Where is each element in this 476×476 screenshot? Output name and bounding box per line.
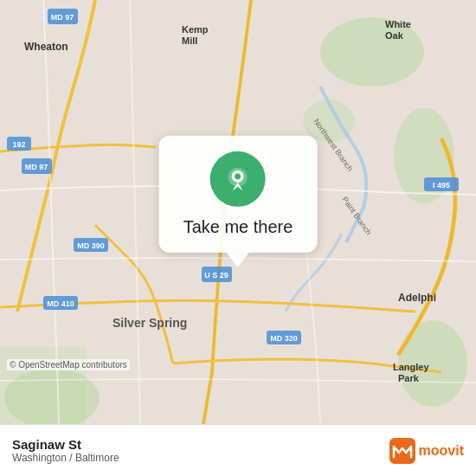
svg-text:MD 97: MD 97: [25, 163, 48, 171]
location-pin-icon: [210, 151, 266, 207]
svg-text:U S 29: U S 29: [204, 271, 228, 280]
svg-text:Langley: Langley: [393, 362, 429, 372]
svg-text:MD 320: MD 320: [270, 334, 298, 343]
moovit-text: moovit: [419, 443, 464, 459]
app: MD 97 MD 97 192 MD 390 MD 410 U S 29 MD …: [0, 0, 476, 476]
popup-tail: [226, 252, 250, 267]
location-info: Saginaw St Washington / Baltimore: [12, 437, 119, 464]
svg-text:White: White: [385, 19, 411, 29]
svg-text:Silver Spring: Silver Spring: [113, 316, 187, 330]
svg-text:Oak: Oak: [385, 30, 404, 41]
svg-text:Park: Park: [398, 373, 420, 383]
svg-text:192: 192: [12, 140, 25, 149]
svg-text:MD 410: MD 410: [47, 299, 74, 308]
svg-text:Mill: Mill: [182, 35, 197, 46]
svg-text:Kemp: Kemp: [182, 24, 209, 35]
svg-text:MD 97: MD 97: [51, 13, 74, 22]
popup-box: Take me there: [159, 136, 318, 253]
location-name: Saginaw St: [12, 437, 119, 452]
svg-text:MD 390: MD 390: [77, 241, 105, 250]
take-me-there-button[interactable]: Take me there: [183, 215, 293, 239]
moovit-icon: [389, 438, 415, 464]
svg-text:Wheaton: Wheaton: [24, 41, 68, 53]
svg-text:Adelphi: Adelphi: [398, 292, 436, 304]
popup-overlay: Take me there: [159, 136, 318, 267]
svg-point-36: [235, 173, 241, 179]
moovit-logo[interactable]: moovit: [389, 438, 464, 464]
svg-text:I 495: I 495: [433, 181, 450, 190]
map-container: MD 97 MD 97 192 MD 390 MD 410 U S 29 MD …: [0, 0, 476, 424]
osm-credit: © OpenStreetMap contributors: [7, 359, 130, 370]
location-region: Washington / Baltimore: [12, 452, 119, 464]
bottom-bar: Saginaw St Washington / Baltimore moovit: [0, 424, 476, 476]
